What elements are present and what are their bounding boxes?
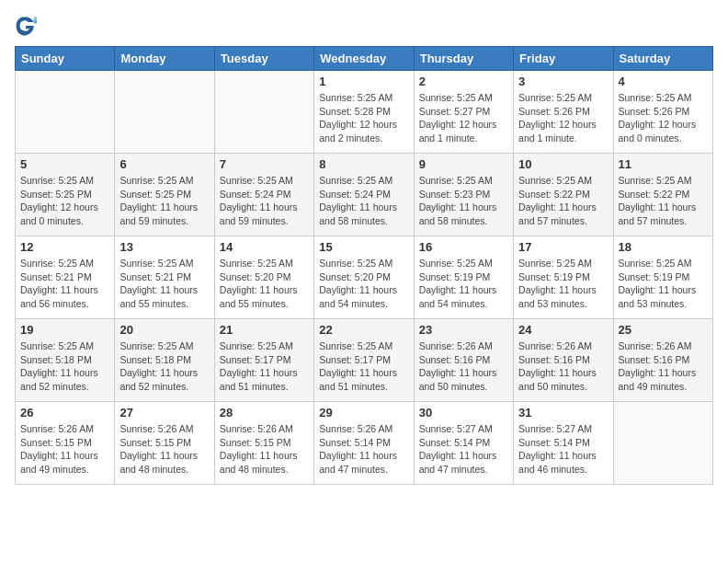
calendar-cell: 19Sunrise: 5:25 AM Sunset: 5:18 PM Dayli… [16, 319, 115, 402]
logo [15, 15, 40, 37]
day-number: 12 [20, 240, 109, 254]
day-info: Sunrise: 5:25 AM Sunset: 5:26 PM Dayligh… [619, 91, 708, 145]
day-info: Sunrise: 5:27 AM Sunset: 5:14 PM Dayligh… [518, 422, 608, 477]
day-number: 14 [220, 240, 309, 254]
day-number: 31 [518, 406, 608, 419]
calendar-cell: 10Sunrise: 5:25 AM Sunset: 5:22 PM Dayli… [514, 154, 613, 236]
day-info: Sunrise: 5:25 AM Sunset: 5:21 PM Dayligh… [20, 257, 109, 311]
day-info: Sunrise: 5:25 AM Sunset: 5:20 PM Dayligh… [319, 257, 408, 311]
day-number: 15 [319, 240, 408, 254]
day-info: Sunrise: 5:25 AM Sunset: 5:25 PM Dayligh… [119, 174, 209, 228]
day-number: 8 [319, 157, 408, 171]
week-row-2: 5Sunrise: 5:25 AM Sunset: 5:25 PM Daylig… [16, 154, 713, 236]
day-number: 13 [119, 240, 209, 254]
day-number: 11 [619, 157, 708, 171]
calendar-cell: 23Sunrise: 5:26 AM Sunset: 5:16 PM Dayli… [414, 319, 513, 402]
day-info: Sunrise: 5:25 AM Sunset: 5:26 PM Dayligh… [518, 91, 608, 145]
day-number: 25 [619, 323, 708, 337]
day-number: 30 [419, 406, 508, 419]
calendar-cell: 5Sunrise: 5:25 AM Sunset: 5:25 PM Daylig… [16, 154, 115, 236]
day-number: 3 [518, 75, 608, 88]
calendar-cell: 31Sunrise: 5:27 AM Sunset: 5:14 PM Dayli… [514, 402, 613, 485]
day-number: 17 [518, 240, 608, 254]
calendar-cell: 21Sunrise: 5:25 AM Sunset: 5:17 PM Dayli… [214, 319, 313, 402]
day-info: Sunrise: 5:25 AM Sunset: 5:25 PM Dayligh… [20, 174, 109, 228]
calendar-body: 1Sunrise: 5:25 AM Sunset: 5:28 PM Daylig… [16, 71, 713, 485]
calendar-cell: 6Sunrise: 5:25 AM Sunset: 5:25 PM Daylig… [115, 154, 214, 236]
day-number: 24 [518, 323, 608, 337]
day-number: 19 [20, 323, 109, 337]
weekday-header-wednesday: Wednesday [314, 47, 414, 71]
calendar-cell: 22Sunrise: 5:25 AM Sunset: 5:17 PM Dayli… [314, 319, 414, 402]
day-number: 1 [319, 75, 408, 88]
day-info: Sunrise: 5:25 AM Sunset: 5:21 PM Dayligh… [119, 257, 209, 311]
day-info: Sunrise: 5:26 AM Sunset: 5:16 PM Dayligh… [518, 339, 608, 394]
day-number: 10 [518, 157, 608, 171]
week-row-4: 19Sunrise: 5:25 AM Sunset: 5:18 PM Dayli… [16, 319, 713, 402]
day-info: Sunrise: 5:25 AM Sunset: 5:27 PM Dayligh… [419, 91, 508, 145]
weekday-header-sunday: Sunday [16, 47, 115, 71]
day-info: Sunrise: 5:26 AM Sunset: 5:16 PM Dayligh… [419, 339, 508, 394]
calendar-cell: 2Sunrise: 5:25 AM Sunset: 5:27 PM Daylig… [414, 71, 513, 154]
calendar-cell: 13Sunrise: 5:25 AM Sunset: 5:21 PM Dayli… [115, 236, 214, 319]
calendar-cell: 12Sunrise: 5:25 AM Sunset: 5:21 PM Dayli… [16, 236, 115, 319]
calendar-cell: 1Sunrise: 5:25 AM Sunset: 5:28 PM Daylig… [314, 71, 414, 154]
day-info: Sunrise: 5:25 AM Sunset: 5:24 PM Dayligh… [220, 174, 309, 228]
day-info: Sunrise: 5:26 AM Sunset: 5:15 PM Dayligh… [20, 422, 109, 477]
day-info: Sunrise: 5:25 AM Sunset: 5:20 PM Dayligh… [220, 257, 309, 311]
day-number: 2 [419, 75, 508, 88]
calendar-table: SundayMondayTuesdayWednesdayThursdayFrid… [15, 46, 713, 485]
weekday-header-thursday: Thursday [414, 47, 513, 71]
calendar-cell: 29Sunrise: 5:26 AM Sunset: 5:14 PM Dayli… [314, 402, 414, 485]
day-number: 27 [119, 406, 209, 419]
calendar-cell: 25Sunrise: 5:26 AM Sunset: 5:16 PM Dayli… [613, 319, 712, 402]
weekday-header-friday: Friday [514, 47, 613, 71]
calendar-cell: 20Sunrise: 5:25 AM Sunset: 5:18 PM Dayli… [115, 319, 214, 402]
day-info: Sunrise: 5:25 AM Sunset: 5:22 PM Dayligh… [619, 174, 708, 228]
day-number: 29 [319, 406, 408, 419]
day-info: Sunrise: 5:26 AM Sunset: 5:16 PM Dayligh… [619, 339, 708, 394]
week-row-5: 26Sunrise: 5:26 AM Sunset: 5:15 PM Dayli… [16, 402, 713, 485]
day-number: 21 [220, 323, 309, 337]
day-number: 20 [119, 323, 209, 337]
day-info: Sunrise: 5:25 AM Sunset: 5:19 PM Dayligh… [518, 257, 608, 311]
day-number: 23 [419, 323, 508, 337]
day-info: Sunrise: 5:25 AM Sunset: 5:22 PM Dayligh… [518, 174, 608, 228]
calendar-cell: 18Sunrise: 5:25 AM Sunset: 5:19 PM Dayli… [613, 236, 712, 319]
calendar-cell: 14Sunrise: 5:25 AM Sunset: 5:20 PM Dayli… [214, 236, 313, 319]
day-number: 4 [619, 75, 708, 88]
day-info: Sunrise: 5:25 AM Sunset: 5:28 PM Dayligh… [319, 91, 408, 145]
calendar-cell: 24Sunrise: 5:26 AM Sunset: 5:16 PM Dayli… [514, 319, 613, 402]
weekday-header-tuesday: Tuesday [214, 47, 313, 71]
calendar-cell: 3Sunrise: 5:25 AM Sunset: 5:26 PM Daylig… [514, 71, 613, 154]
day-info: Sunrise: 5:26 AM Sunset: 5:15 PM Dayligh… [119, 422, 209, 477]
calendar-cell: 9Sunrise: 5:25 AM Sunset: 5:23 PM Daylig… [414, 154, 513, 236]
weekday-header-row: SundayMondayTuesdayWednesdayThursdayFrid… [16, 47, 713, 71]
day-number: 9 [419, 157, 508, 171]
calendar-cell: 30Sunrise: 5:27 AM Sunset: 5:14 PM Dayli… [414, 402, 513, 485]
calendar-cell: 7Sunrise: 5:25 AM Sunset: 5:24 PM Daylig… [214, 154, 313, 236]
calendar-cell: 8Sunrise: 5:25 AM Sunset: 5:24 PM Daylig… [314, 154, 414, 236]
day-number: 22 [319, 323, 408, 337]
day-info: Sunrise: 5:25 AM Sunset: 5:17 PM Dayligh… [220, 339, 309, 394]
week-row-3: 12Sunrise: 5:25 AM Sunset: 5:21 PM Dayli… [16, 236, 713, 319]
calendar-cell [16, 71, 115, 154]
calendar-cell: 26Sunrise: 5:26 AM Sunset: 5:15 PM Dayli… [16, 402, 115, 485]
day-number: 6 [119, 157, 209, 171]
day-info: Sunrise: 5:25 AM Sunset: 5:18 PM Dayligh… [20, 339, 109, 394]
calendar-cell: 15Sunrise: 5:25 AM Sunset: 5:20 PM Dayli… [314, 236, 414, 319]
day-number: 26 [20, 406, 109, 419]
day-info: Sunrise: 5:26 AM Sunset: 5:15 PM Dayligh… [220, 422, 309, 477]
calendar-cell [214, 71, 313, 154]
weekday-header-monday: Monday [115, 47, 214, 71]
day-info: Sunrise: 5:25 AM Sunset: 5:23 PM Dayligh… [419, 174, 508, 228]
day-info: Sunrise: 5:26 AM Sunset: 5:14 PM Dayligh… [319, 422, 408, 477]
day-number: 28 [220, 406, 309, 419]
day-number: 18 [619, 240, 708, 254]
calendar-cell: 27Sunrise: 5:26 AM Sunset: 5:15 PM Dayli… [115, 402, 214, 485]
logo-icon [15, 15, 37, 37]
calendar-cell: 11Sunrise: 5:25 AM Sunset: 5:22 PM Dayli… [613, 154, 712, 236]
weekday-header-saturday: Saturday [613, 47, 712, 71]
day-info: Sunrise: 5:25 AM Sunset: 5:17 PM Dayligh… [319, 339, 408, 394]
day-info: Sunrise: 5:25 AM Sunset: 5:24 PM Dayligh… [319, 174, 408, 228]
